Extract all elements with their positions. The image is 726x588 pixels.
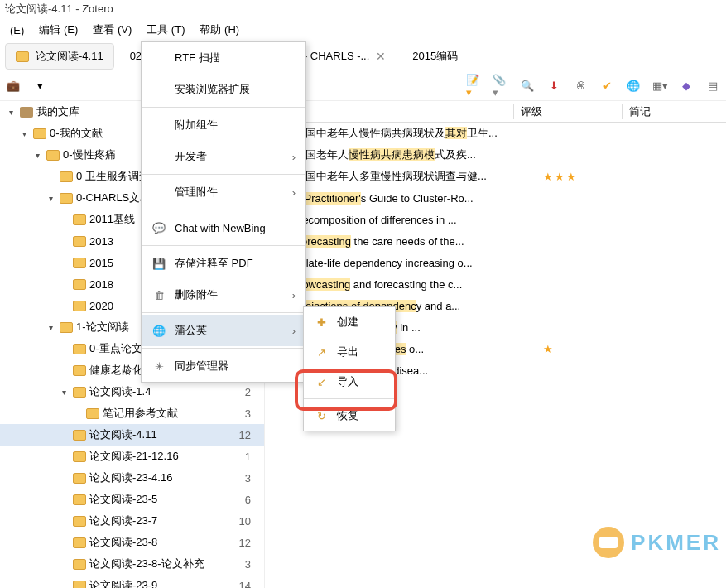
item-count: 12 xyxy=(239,537,259,549)
tabbar: 论文阅读-4.11 020用户手册 ✕ 2015用户手册 - CHARLS -.… xyxy=(0,41,726,71)
tab-current[interactable]: 论文阅读-4.11 xyxy=(5,43,114,70)
item-title: 中国中老年人多重慢性病现状调查与健... xyxy=(295,169,531,184)
list-item[interactable]: 中国老年人慢性病共病患病模式及疾... xyxy=(265,144,726,166)
window-title: 论文阅读-4.11 - Zotero xyxy=(0,0,726,18)
folder-icon xyxy=(73,387,86,398)
list-item[interactable]: Nowcasting and forecasting the c... xyxy=(265,273,726,295)
briefcase-icon[interactable]: 💼 xyxy=(5,78,22,94)
menu-item[interactable]: 💾存储注释至 PDF xyxy=(142,248,305,279)
menu-item[interactable]: 💬Chat with NewBing xyxy=(142,212,305,243)
tree-row[interactable]: 论文阅读-23-914 xyxy=(0,575,264,588)
folder-icon xyxy=(73,537,86,548)
note-icon[interactable]: 📝▾ xyxy=(466,78,483,94)
menu-view[interactable]: 查看 (V) xyxy=(86,20,138,40)
spiral-icon[interactable]: ֍ xyxy=(572,78,589,94)
menu-label: RTF 扫描 xyxy=(175,51,220,65)
tree-row[interactable]: 论文阅读-23-4.163 xyxy=(0,467,264,489)
submenu-item[interactable]: ↙导入 xyxy=(304,367,395,397)
tree-row[interactable]: 论文阅读-21-12.161 xyxy=(0,446,264,467)
menu-item[interactable]: 附加组件 xyxy=(142,109,305,141)
item-count: 2 xyxy=(245,386,259,398)
tree-row[interactable]: 论文阅读-4.1112 xyxy=(0,424,264,446)
book-icon[interactable]: ▦▾ xyxy=(651,78,668,94)
menu-item[interactable]: RTF 扫描 xyxy=(142,42,305,74)
tree-row[interactable]: 论文阅读-23-56 xyxy=(0,489,264,510)
expand-icon[interactable]: ▾ xyxy=(58,388,70,397)
submenu-icon: ↗ xyxy=(314,346,329,359)
submenu-label: 导出 xyxy=(337,345,358,359)
tree-row[interactable]: 论文阅读-23-8-论文补充3 xyxy=(0,553,264,575)
item-count: 12 xyxy=(239,429,259,441)
rating-stars[interactable]: ★ xyxy=(536,343,555,355)
tree-row[interactable]: ▾论文阅读-1.42 xyxy=(0,381,264,402)
list-item[interactable]: 中国中老年人多重慢性病现状调查与健...★★★ xyxy=(265,166,726,187)
expand-icon[interactable]: ▾ xyxy=(45,194,56,203)
menu-item[interactable]: 安装浏览器扩展 xyxy=(142,74,305,105)
submenu-item[interactable]: ↗导出 xyxy=(304,337,395,367)
list-item[interactable]: Forecasting the care needs of the... xyxy=(265,230,726,252)
list-header: 评级 简记 xyxy=(265,101,726,123)
item-count: 14 xyxy=(239,580,259,589)
list-item[interactable]: Is late-life dependency increasing o... xyxy=(265,252,726,273)
tab-3[interactable]: 2015编码 xyxy=(401,43,469,70)
columns-icon[interactable]: ▤ xyxy=(704,78,721,94)
check-icon[interactable]: ✔ xyxy=(599,78,615,94)
watermark-text: PKMER xyxy=(631,530,721,556)
attach-icon[interactable]: 📎▾ xyxy=(493,78,509,94)
menu-tools[interactable]: 工具 (T) xyxy=(140,20,191,40)
pdf-icon[interactable]: ⬇ xyxy=(546,78,562,94)
menu-icon: 💾 xyxy=(151,258,166,270)
menu-icon: ✳ xyxy=(151,360,166,373)
menu-icon: 🌐 xyxy=(151,325,166,337)
folder-icon xyxy=(73,214,86,225)
tree-label: 论文阅读-23-5 xyxy=(89,492,242,507)
chevron-right-icon: › xyxy=(292,325,296,337)
item-title: A Practitioner's Guide to Cluster-Ro... xyxy=(295,192,531,205)
submenu-label: 创建 xyxy=(337,315,358,330)
chevron-down-icon[interactable]: ▾ xyxy=(31,78,48,94)
expand-icon[interactable]: ▾ xyxy=(5,108,17,117)
menu-item[interactable]: 🌐蒲公英› xyxy=(142,315,305,346)
chevron-right-icon: › xyxy=(292,289,296,301)
globe-icon[interactable]: 🌐 xyxy=(625,78,642,94)
list-item[interactable]: Decomposition of differences in ... xyxy=(265,209,726,230)
tree-label: 论文阅读-1.4 xyxy=(89,384,242,399)
header-rating[interactable]: 评级 xyxy=(514,104,622,119)
list-item[interactable]: 我国中老年人慢性病共病现状及其对卫生... xyxy=(265,123,726,144)
menu-label: 存储注释至 PDF xyxy=(175,256,253,271)
menu-file[interactable]: (E) xyxy=(3,22,31,39)
folder-icon xyxy=(16,51,29,62)
header-note[interactable]: 简记 xyxy=(623,104,726,119)
folder-icon xyxy=(86,408,99,419)
expand-icon[interactable]: ▾ xyxy=(45,323,56,332)
folder-icon xyxy=(73,581,86,589)
submenu-item[interactable]: ✚创建 xyxy=(304,307,395,337)
submenu-item[interactable]: ↻恢复 xyxy=(304,401,395,431)
folder-icon xyxy=(73,365,86,376)
menu-item[interactable]: 🗑删除附件› xyxy=(142,279,305,311)
tree-label: 论文阅读-23-8 xyxy=(89,535,236,550)
menu-item[interactable]: 开发者› xyxy=(142,141,305,172)
menu-edit[interactable]: 编辑 (E) xyxy=(32,20,84,40)
expand-icon[interactable]: ▾ xyxy=(18,129,30,138)
gem-icon[interactable]: ◆ xyxy=(678,78,695,94)
submenu-icon: ✚ xyxy=(314,316,329,329)
menu-item[interactable]: 管理附件› xyxy=(142,176,305,208)
expand-icon[interactable]: ▾ xyxy=(31,151,43,160)
menubar: (E) 编辑 (E) 查看 (V) 工具 (T) 帮助 (H) xyxy=(0,18,726,41)
tree-label: 论文阅读-21-12.16 xyxy=(89,449,242,464)
folder-icon xyxy=(60,322,73,333)
menu-item[interactable]: ✳同步管理器 xyxy=(142,350,305,382)
menu-help[interactable]: 帮助 (H) xyxy=(193,20,246,40)
folder-icon xyxy=(46,150,60,161)
menu-label: 管理附件 xyxy=(175,185,218,200)
tree-label: 笔记用参考文献 xyxy=(103,406,242,421)
search-icon[interactable]: 🔍 xyxy=(519,78,536,94)
tree-row[interactable]: 论文阅读-23-812 xyxy=(0,532,264,553)
tree-row[interactable]: 论文阅读-23-710 xyxy=(0,510,264,532)
close-icon[interactable]: ✕ xyxy=(376,50,386,63)
submenu-icon: ↙ xyxy=(314,376,329,388)
list-item[interactable]: A Practitioner's Guide to Cluster-Ro... xyxy=(265,187,726,209)
tree-row[interactable]: 笔记用参考文献3 xyxy=(0,402,264,424)
rating-stars[interactable]: ★★★ xyxy=(536,171,578,183)
